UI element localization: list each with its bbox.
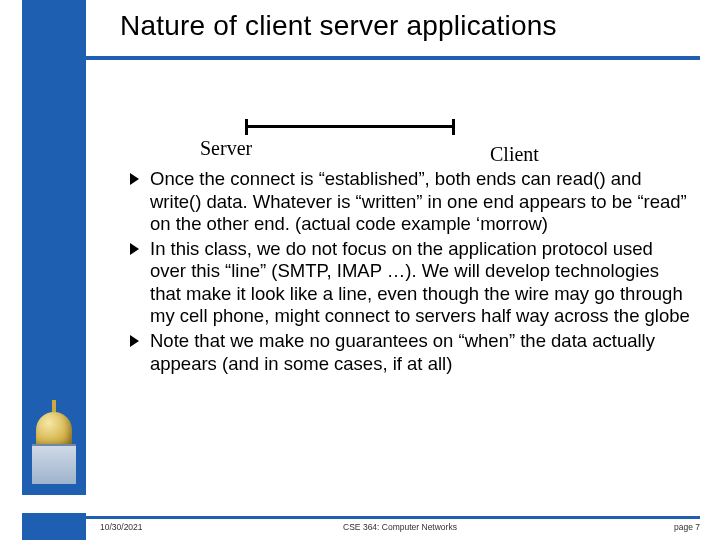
server-client-diagram: Server Client	[200, 125, 500, 165]
slide: Nature of client server applications Ser…	[0, 0, 720, 540]
footer-page: page 7	[674, 522, 700, 532]
dome-base	[32, 444, 76, 484]
connection-line	[245, 125, 455, 135]
dome-icon	[36, 412, 72, 448]
footer-rule	[22, 516, 700, 519]
footer: 10/30/2021 CSE 364: Computer Networks pa…	[100, 522, 700, 536]
footer-course: CSE 364: Computer Networks	[100, 522, 700, 532]
title-rule	[22, 56, 700, 60]
bullet-item: Once the connect is “established”, both …	[130, 168, 690, 236]
emblem-mask	[22, 495, 86, 513]
bullet-item: In this class, we do not focus on the ap…	[130, 238, 690, 328]
bullet-item: Note that we make no guarantees on “when…	[130, 330, 690, 375]
slide-title: Nature of client server applications	[120, 10, 690, 42]
client-label: Client	[490, 143, 539, 166]
dome-emblem	[30, 400, 78, 495]
connection-line-h	[245, 125, 455, 128]
server-label: Server	[200, 137, 252, 160]
bullet-list: Once the connect is “established”, both …	[130, 168, 690, 377]
